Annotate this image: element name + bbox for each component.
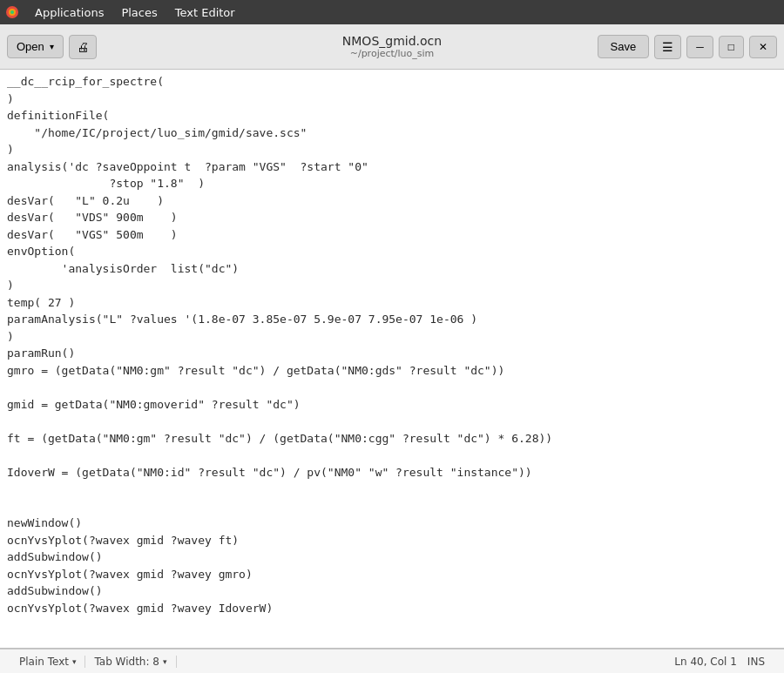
- maximize-button[interactable]: □: [719, 36, 744, 58]
- file-name: NMOS_gmid.ocn: [342, 34, 442, 48]
- close-icon: ✕: [759, 41, 767, 53]
- open-button[interactable]: Open ▾: [7, 35, 64, 58]
- print-icon: 🖨: [77, 40, 89, 54]
- tab-width-section[interactable]: Tab Width: 8 ▾: [85, 656, 176, 668]
- save-button[interactable]: Save: [598, 35, 650, 58]
- hamburger-button[interactable]: ☰: [654, 35, 681, 59]
- maximize-icon: □: [728, 41, 734, 53]
- menu-text-editor[interactable]: Text Editor: [166, 3, 244, 23]
- status-right: Ln 40, Col 1 INS: [666, 656, 774, 668]
- position-label: Ln 40, Col 1: [674, 656, 737, 668]
- plain-text-section[interactable]: Plain Text ▾: [10, 656, 85, 668]
- statusbar: Plain Text ▾ Tab Width: 8 ▾ Ln 40, Col 1…: [0, 649, 784, 673]
- svg-point-2: [10, 10, 14, 14]
- open-label: Open: [17, 40, 44, 53]
- minimize-button[interactable]: ─: [686, 36, 713, 58]
- file-path: ~/project/luo_sim: [342, 48, 442, 59]
- ins-label: INS: [747, 656, 765, 668]
- menu-places[interactable]: Places: [112, 3, 166, 23]
- plain-text-chevron-icon: ▾: [72, 657, 77, 666]
- editor-content[interactable]: __dc__rcip_for_spectre( ) definitionFile…: [0, 70, 784, 649]
- title-center: NMOS_gmid.ocn ~/project/luo_sim: [342, 34, 442, 59]
- close-button[interactable]: ✕: [749, 36, 777, 58]
- tab-width-chevron-icon: ▾: [163, 657, 167, 666]
- left-controls: Open ▾ 🖨: [7, 35, 97, 59]
- titlebar: Open ▾ 🖨 NMOS_gmid.ocn ~/project/luo_sim…: [0, 24, 784, 70]
- hamburger-icon: ☰: [662, 40, 673, 54]
- menubar: Applications Places Text Editor: [0, 0, 784, 24]
- position-section: Ln 40, Col 1 INS: [666, 656, 774, 668]
- tab-width-label: Tab Width: 8: [94, 656, 159, 668]
- plain-text-label: Plain Text: [19, 656, 69, 668]
- right-controls: Save ☰ ─ □ ✕: [598, 35, 777, 59]
- minimize-icon: ─: [696, 41, 704, 53]
- print-button[interactable]: 🖨: [69, 35, 97, 59]
- open-chevron-icon: ▾: [50, 42, 54, 51]
- menu-applications[interactable]: Applications: [26, 3, 112, 23]
- app-icon: [3, 3, 21, 21]
